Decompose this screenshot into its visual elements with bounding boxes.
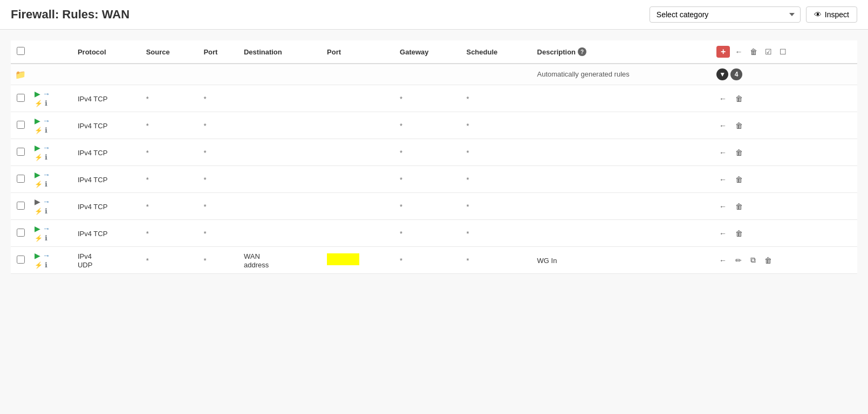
row-dport bbox=[323, 85, 395, 112]
row-description bbox=[533, 112, 713, 139]
move-up-button[interactable]: ← bbox=[732, 46, 745, 58]
row-protocol: IPv4 TCP bbox=[73, 139, 142, 166]
row-source: * bbox=[142, 139, 200, 166]
row-status-cell: ▶ → ⚡ ℹ bbox=[30, 166, 73, 193]
th-description: Description ? bbox=[533, 40, 713, 64]
row-source: * bbox=[142, 85, 200, 112]
info-icon[interactable]: ℹ bbox=[45, 99, 47, 107]
row-delete-button[interactable]: 🗑 bbox=[762, 254, 775, 266]
th-protocol: Protocol bbox=[73, 40, 142, 64]
row-move-button[interactable]: ← bbox=[716, 147, 729, 158]
row-dest bbox=[240, 220, 323, 247]
row-dport bbox=[323, 166, 395, 193]
row-move-button[interactable]: ← bbox=[716, 120, 729, 132]
row-checkbox[interactable] bbox=[17, 121, 25, 129]
main-content: Protocol Source Port Destination Port Ga… bbox=[0, 30, 868, 285]
row-checkbox[interactable] bbox=[17, 229, 25, 237]
row-move-button[interactable]: ← bbox=[716, 174, 729, 185]
row-checkbox[interactable] bbox=[17, 202, 25, 210]
row-dest bbox=[240, 85, 323, 112]
info-icon[interactable]: ℹ bbox=[45, 126, 47, 134]
row-sport: * bbox=[199, 139, 240, 166]
info-icon[interactable]: ℹ bbox=[45, 261, 47, 269]
row-sport: * bbox=[199, 247, 240, 274]
folder-gateway-cell bbox=[395, 64, 462, 85]
row-move-button[interactable]: ← bbox=[716, 93, 729, 105]
lightning-icon: ⚡ bbox=[35, 127, 43, 134]
row-actions: ← 🗑 bbox=[712, 85, 857, 112]
row-schedule: * bbox=[462, 112, 532, 139]
row-delete-button[interactable]: 🗑 bbox=[733, 201, 746, 212]
row-description bbox=[533, 85, 713, 112]
folder-icon: 📁 bbox=[15, 70, 26, 79]
row-copy-button[interactable]: ⧉ bbox=[748, 254, 758, 266]
arrow-right-icon: → bbox=[43, 143, 50, 152]
row-dest bbox=[240, 166, 323, 193]
row-status-cell: ▶ → ⚡ ℹ bbox=[30, 112, 73, 139]
row-dport bbox=[323, 220, 395, 247]
row-sport: * bbox=[199, 166, 240, 193]
row-edit-button[interactable]: ✏ bbox=[733, 254, 744, 266]
table-row: ▶ → ⚡ ℹ IPv4 TCP * * * * bbox=[11, 193, 857, 220]
row-delete-button[interactable]: 🗑 bbox=[733, 93, 746, 105]
description-help-icon[interactable]: ? bbox=[578, 47, 586, 56]
info-icon[interactable]: ℹ bbox=[45, 153, 47, 161]
row-delete-button[interactable]: 🗑 bbox=[733, 174, 746, 185]
play-icon: ▶ bbox=[35, 116, 40, 125]
inspect-button[interactable]: 👁 Inspect bbox=[806, 6, 857, 23]
info-icon[interactable]: ℹ bbox=[45, 180, 47, 188]
row-gateway: * bbox=[395, 193, 462, 220]
info-icon[interactable]: ℹ bbox=[45, 234, 47, 242]
arrow-right-icon: → bbox=[43, 116, 50, 125]
lightning-icon: ⚡ bbox=[35, 261, 43, 269]
arrow-right-icon: → bbox=[43, 197, 50, 206]
row-dport bbox=[323, 193, 395, 220]
row-sport: * bbox=[199, 193, 240, 220]
row-description bbox=[533, 193, 713, 220]
page-title: Firewall: Rules: WAN bbox=[11, 8, 129, 22]
count-badge: 4 bbox=[730, 68, 742, 80]
th-source: Source bbox=[142, 40, 200, 64]
row-delete-button[interactable]: 🗑 bbox=[733, 227, 746, 239]
row-sport: * bbox=[199, 85, 240, 112]
check-button[interactable]: ☑ bbox=[762, 46, 775, 58]
row-move-button[interactable]: ← bbox=[716, 227, 729, 239]
empty-checkbox-button[interactable]: ☐ bbox=[777, 46, 789, 58]
info-icon[interactable]: ℹ bbox=[45, 207, 47, 215]
eye-icon: 👁 bbox=[814, 10, 822, 19]
row-checkbox[interactable] bbox=[17, 148, 25, 156]
collapse-badge[interactable]: ▼ bbox=[716, 68, 728, 80]
row-dport bbox=[323, 139, 395, 166]
th-dest-port: Port bbox=[323, 40, 395, 64]
row-move-button[interactable]: ← bbox=[716, 254, 729, 266]
row-move-button[interactable]: ← bbox=[716, 201, 729, 212]
row-checkbox[interactable] bbox=[17, 94, 25, 102]
table-row: ▶ → ⚡ ℹ IPv4UDP * * WANaddress bbox=[11, 247, 857, 274]
rules-table: Protocol Source Port Destination Port Ga… bbox=[11, 40, 857, 274]
lightning-icon: ⚡ bbox=[35, 154, 43, 161]
row-description bbox=[533, 166, 713, 193]
row-checkbox[interactable] bbox=[17, 175, 25, 183]
page-header: Firewall: Rules: WAN Select category 👁 I… bbox=[0, 0, 868, 30]
select-all-checkbox[interactable] bbox=[17, 47, 25, 55]
arrow-right-icon: → bbox=[43, 224, 50, 233]
row-delete-button[interactable]: 🗑 bbox=[733, 120, 746, 132]
row-checkbox[interactable] bbox=[17, 256, 25, 264]
row-protocol: IPv4 TCP bbox=[73, 193, 142, 220]
folder-checkbox-cell: 📁 bbox=[11, 64, 30, 85]
row-delete-button[interactable]: 🗑 bbox=[733, 147, 746, 158]
table-row: ▶ → ⚡ ℹ IPv4 TCP * * * * bbox=[11, 166, 857, 193]
row-protocol: IPv4 TCP bbox=[73, 220, 142, 247]
th-gateway: Gateway bbox=[395, 40, 462, 64]
select-category-dropdown[interactable]: Select category bbox=[650, 6, 801, 23]
row-dport bbox=[323, 247, 395, 274]
play-icon: ▶ bbox=[35, 170, 40, 179]
folder-schedule-cell bbox=[462, 64, 532, 85]
folder-dport-cell bbox=[323, 64, 395, 85]
add-rule-button[interactable]: + bbox=[716, 46, 730, 58]
play-icon: ▶ bbox=[35, 89, 40, 98]
delete-all-button[interactable]: 🗑 bbox=[747, 46, 760, 58]
row-dest bbox=[240, 112, 323, 139]
th-actions: + ← 🗑 ☑ ☐ bbox=[712, 40, 857, 64]
row-gateway: * bbox=[395, 220, 462, 247]
